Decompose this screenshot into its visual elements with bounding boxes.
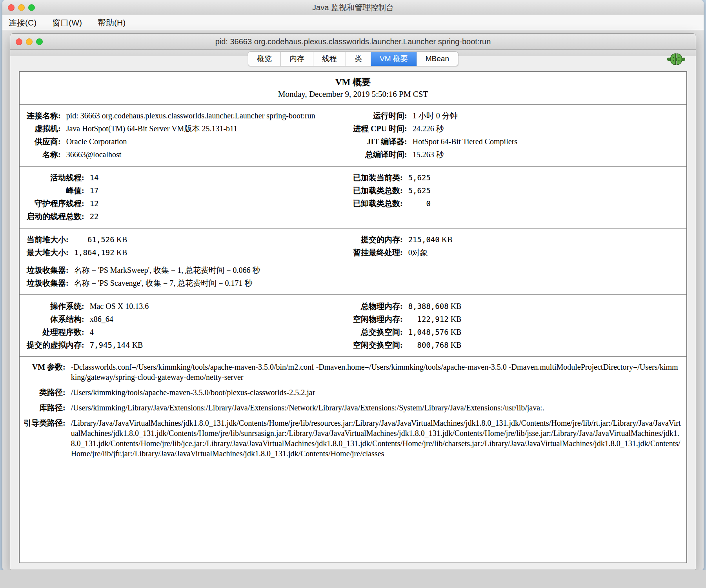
field-value: 15.263 秒 [413,148,682,161]
section-threads-classes: 活动线程: 14 峰值: 17 守护程序线程: 12 启动的线程总数: 22 已 [20,166,686,228]
tab-mbeans[interactable]: MBean [417,52,458,66]
field-value: 22 [90,210,353,223]
field-value: 17 [90,184,353,197]
field-value: 122,912 KB [408,313,682,326]
summary-timestamp: Monday, December 9, 2019 5:50:16 PM CST [20,89,686,99]
field-label: 名称: [27,148,61,161]
field-value: 0 [408,197,682,210]
tab-memory[interactable]: 内存 [281,52,313,66]
field-label: 垃圾收集器: [27,277,69,290]
jconsole-window: Java 监视和管理控制台 连接(C) 窗口(W) 帮助(H) pid: 366… [2,0,704,570]
tab-group: 概览 内存 线程 类 VM 概要 MBean [248,51,458,66]
field-label: 总物理内存: [353,300,403,313]
field-label: 提交的虚拟内存: [27,339,84,352]
field-value: 215,040 KB [408,233,682,246]
field-label: 已加载类总数: [353,184,403,197]
field-value: 1 小时 0 分钟 [413,109,682,122]
field-label: 活动线程: [27,171,84,184]
field-value: 1,864,192 KB [74,246,353,259]
field-label: 总编译时间: [353,148,407,161]
field-value: Oracle Corporation [66,135,353,148]
field-value: 7,945,144 KB [90,339,353,352]
class-path-value: /Users/kimmking/tools/apache-maven-3.5.0… [71,387,681,397]
field-value: 800,768 KB [408,339,682,352]
field-label: 当前堆大小: [27,233,69,246]
field-label: 虚拟机: [27,122,61,135]
vm-arguments-value: -Dclassworlds.conf=/Users/kimmking/tools… [71,362,681,382]
section-os: 操作系统: Mac OS X 10.13.6 体系结构: x86_64 处理程序… [20,294,686,356]
field-label: 总交换空间: [353,326,403,339]
boot-class-path-value: /Library/Java/JavaVirtualMachines/jdk1.8… [71,418,681,459]
field-label: 处理程序数: [27,326,84,339]
tab-classes[interactable]: 类 [346,52,371,66]
field-label: VM 参数: [24,362,66,372]
connection-title: pid: 36663 org.codehaus.plexus.classworl… [10,34,696,49]
tab-bar: 概览 内存 线程 类 VM 概要 MBean [10,50,696,67]
field-label: JIT 编译器: [353,135,407,148]
field-value: HotSpot 64-Bit Tiered Compilers [413,135,682,148]
field-label: 启动的线程总数: [27,210,84,223]
field-value: 61,526 KB [74,233,353,246]
field-value: 0对象 [408,246,682,259]
field-label: 提交的内存: [353,233,403,246]
tab-vm-summary[interactable]: VM 概要 [371,52,417,66]
section-connection: 连接名称: pid: 36663 org.codehaus.plexus.cla… [20,104,686,166]
connected-plug-icon [667,53,686,66]
field-value: 名称 = 'PS MarkSweep', 收集 = 1, 总花费时间 = 0.0… [74,264,353,277]
field-value: 名称 = 'PS Scavenge', 收集 = 7, 总花费时间 = 0.17… [74,277,353,290]
field-value: 8,388,608 KB [408,300,682,313]
field-label: 暂挂最终处理: [353,246,403,259]
app-title: Java 监视和管理控制台 [2,0,704,15]
field-value: 4 [90,326,353,339]
library-path-value: /Users/kimmking/Library/Java/Extensions:… [71,403,681,413]
menu-connection[interactable]: 连接(C) [9,17,36,28]
field-value: 36663@localhost [66,148,353,161]
tab-overview[interactable]: 概览 [248,52,281,66]
tab-content: VM 概要 Monday, December 9, 2019 5:50:16 P… [10,67,696,570]
field-value: pid: 36663 org.codehaus.plexus.classworl… [66,109,353,122]
field-label: 最大堆大小: [27,246,69,259]
field-value: 5,625 [408,184,682,197]
field-label: 运行时间: [353,109,407,122]
field-value: x86_64 [90,313,353,326]
field-value: Mac OS X 10.13.6 [90,300,353,313]
summary-title: VM 概要 [20,76,686,88]
field-value: 1,048,576 KB [408,326,682,339]
outer-titlebar[interactable]: Java 监视和管理控制台 [2,0,704,15]
field-label: 峰值: [27,184,84,197]
section-heap-gc: 当前堆大小: 61,526 KB 最大堆大小: 1,864,192 KB 垃圾收… [20,228,686,294]
tab-threads[interactable]: 线程 [313,52,346,66]
desktop-background [0,570,706,588]
menubar: 连接(C) 窗口(W) 帮助(H) [2,15,704,30]
field-value: 12 [90,197,353,210]
field-label: 守护程序线程: [27,197,84,210]
inner-titlebar[interactable]: pid: 36663 org.codehaus.plexus.classworl… [10,34,696,50]
field-label: 操作系统: [27,300,84,313]
field-label: 连接名称: [27,109,61,122]
field-label: 已加装当前类: [353,171,403,184]
summary-header: VM 概要 Monday, December 9, 2019 5:50:16 P… [20,72,686,104]
vm-summary-panel: VM 概要 Monday, December 9, 2019 5:50:16 P… [19,71,687,563]
field-value: 14 [90,171,353,184]
field-value: Java HotSpot(TM) 64-Bit Server VM版本 25.1… [66,122,353,135]
field-label: 体系结构: [27,313,84,326]
field-label: 空闲交换空间: [353,339,403,352]
field-label: 已卸载类总数: [353,197,403,210]
field-label: 引导类路径: [24,418,66,428]
menu-window[interactable]: 窗口(W) [52,17,82,28]
field-value: 24.226 秒 [413,122,682,135]
section-paths: VM 参数: -Dclassworlds.conf=/Users/kimmkin… [20,356,686,463]
field-label: 进程 CPU 时间: [353,122,407,135]
field-label: 垃圾收集器: [27,264,69,277]
field-label: 库路径: [24,403,66,413]
connection-window: pid: 36663 org.codehaus.plexus.classworl… [10,33,696,570]
menu-help[interactable]: 帮助(H) [98,17,126,28]
field-label: 类路径: [24,387,66,397]
field-label: 空闲物理内存: [353,313,403,326]
field-label: 供应商: [27,135,61,148]
field-value: 5,625 [408,171,682,184]
